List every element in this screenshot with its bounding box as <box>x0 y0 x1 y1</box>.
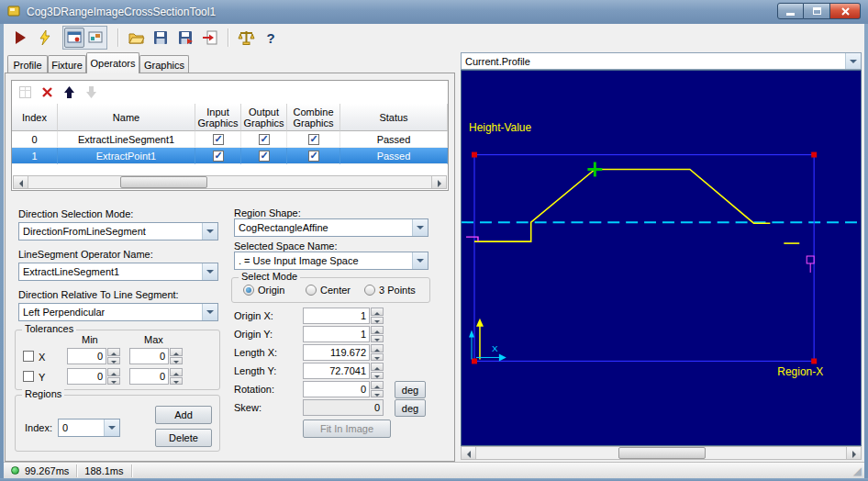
spin-up-button[interactable] <box>371 381 384 389</box>
benchmark-button[interactable] <box>235 27 257 49</box>
delete-operator-button[interactable] <box>38 84 56 102</box>
rotation-spinner[interactable]: 0 <box>303 381 384 397</box>
scroll-left-button[interactable] <box>14 176 28 188</box>
spin-up-button[interactable] <box>107 348 120 356</box>
tab-graphics[interactable]: Graphics <box>139 55 189 73</box>
close-button[interactable] <box>830 3 861 19</box>
rotation-deg-button[interactable]: deg <box>395 381 426 398</box>
column-header-combine-graphics[interactable]: Combine Graphics <box>287 104 340 131</box>
spin-down-button[interactable] <box>371 353 384 362</box>
help-button[interactable]: ? <box>260 27 282 49</box>
spin-down-button[interactable] <box>170 377 183 386</box>
chevron-down-icon[interactable] <box>104 419 119 436</box>
tolerance-x-min-value[interactable]: 0 <box>67 348 106 364</box>
delete-region-button[interactable]: Delete <box>155 429 212 447</box>
linesegment-operator-name-combo[interactable]: ExtractLineSegment1 <box>18 263 218 281</box>
input-graphics-cell[interactable] <box>195 148 241 164</box>
column-header-index[interactable]: Index <box>12 104 58 131</box>
spin-up-button[interactable] <box>371 344 384 352</box>
operator-list-hscrollbar[interactable] <box>13 175 447 189</box>
select-mode-origin[interactable]: Origin <box>243 285 284 296</box>
length-y-value[interactable]: 72.7041 <box>303 363 370 379</box>
scroll-thumb[interactable] <box>618 447 706 459</box>
save-image-button[interactable] <box>174 27 196 49</box>
electric-run-button[interactable] <box>34 27 56 49</box>
spin-up-button[interactable] <box>107 368 120 376</box>
output-graphics-cell[interactable] <box>241 148 287 164</box>
corner-handle[interactable] <box>811 152 817 158</box>
fit-in-image-button[interactable]: Fit In Image <box>303 419 391 438</box>
tab-profile[interactable]: Profile <box>7 55 48 73</box>
selected-space-combo[interactable]: . = Use Input Image Space <box>234 252 428 270</box>
spin-up-button[interactable] <box>170 368 183 376</box>
graphics-display-button[interactable] <box>64 28 84 48</box>
column-header-name[interactable]: Name <box>58 104 195 131</box>
column-header-output-graphics[interactable]: Output Graphics <box>241 104 287 131</box>
spin-down-button[interactable] <box>371 335 384 343</box>
tolerance-y-max-spinner[interactable]: 0 <box>129 368 183 385</box>
direction-relative-combo[interactable]: Left Perpendicular <box>18 303 218 321</box>
tolerance-x-checkbox[interactable] <box>23 351 34 362</box>
origin-y-spinner[interactable]: 1 <box>303 326 384 342</box>
scroll-left-button[interactable] <box>462 447 476 459</box>
index-cell[interactable]: 1 <box>12 148 58 164</box>
display-hscrollbar[interactable] <box>461 446 862 460</box>
scroll-right-button[interactable] <box>846 447 861 459</box>
length-y-spinner[interactable]: 72.7041 <box>303 363 384 379</box>
tolerance-y-min-value[interactable]: 0 <box>67 368 106 385</box>
save-button[interactable] <box>150 27 172 49</box>
import-image-button[interactable] <box>199 27 221 49</box>
chevron-down-icon[interactable] <box>412 252 428 269</box>
region-index-combo[interactable]: 0 <box>58 419 120 437</box>
maximize-button[interactable] <box>804 3 830 19</box>
corner-handle[interactable] <box>472 358 477 364</box>
tolerance-x-max-value[interactable]: 0 <box>129 348 169 364</box>
radio-icon[interactable] <box>243 285 254 296</box>
direction-selection-mode-combo[interactable]: DirectionFromLineSegment <box>18 222 218 240</box>
spin-up-button[interactable] <box>371 326 384 334</box>
tolerance-y-min-spinner[interactable]: 0 <box>67 368 120 385</box>
minimize-button[interactable] <box>777 3 804 19</box>
chevron-down-icon[interactable] <box>845 53 861 69</box>
combine-graphics-checkbox[interactable] <box>308 151 319 162</box>
move-down-button[interactable] <box>82 84 100 102</box>
titlebar[interactable]: Cog3DRangeImageCrossSectionTool1 <box>0 0 868 24</box>
scroll-right-button[interactable] <box>431 176 446 188</box>
corner-handle[interactable] <box>472 152 477 158</box>
move-up-button[interactable] <box>60 84 78 102</box>
radio-icon[interactable] <box>306 285 317 296</box>
chevron-down-icon[interactable] <box>412 219 428 236</box>
region-shape-combo[interactable]: CogRectangleAffine <box>234 218 428 237</box>
display-selector-combo[interactable]: Current.Profile <box>461 52 862 70</box>
spin-up-button[interactable] <box>371 363 384 371</box>
add-operator-button[interactable] <box>16 84 34 102</box>
scroll-track[interactable] <box>28 176 431 188</box>
output-graphics-checkbox[interactable] <box>259 151 270 162</box>
column-header-status[interactable]: Status <box>340 104 448 131</box>
tolerance-x-max-spinner[interactable]: 0 <box>129 348 183 364</box>
spin-up-button[interactable] <box>371 308 384 316</box>
select-mode-3points[interactable]: 3 Points <box>364 285 416 296</box>
open-file-button[interactable] <box>125 27 147 49</box>
chevron-down-icon[interactable] <box>202 263 217 280</box>
combine-graphics-cell[interactable] <box>287 131 340 148</box>
origin-y-value[interactable]: 1 <box>303 326 370 342</box>
origin-x-value[interactable]: 1 <box>303 308 370 324</box>
combine-graphics-checkbox[interactable] <box>308 134 319 145</box>
column-header-input-graphics[interactable]: Input Graphics <box>195 104 241 131</box>
tolerance-y-max-value[interactable]: 0 <box>129 368 169 385</box>
spin-down-button[interactable] <box>107 377 120 386</box>
scroll-thumb[interactable] <box>120 176 207 188</box>
tab-fixture[interactable]: Fixture <box>48 55 86 73</box>
corner-handle[interactable] <box>811 358 817 364</box>
resize-grip[interactable]: ◢ <box>853 464 862 477</box>
profile-canvas[interactable]: X Height-Value Region-X <box>462 71 861 445</box>
input-graphics-checkbox[interactable] <box>213 151 224 162</box>
rotation-value[interactable]: 0 <box>303 381 370 397</box>
tolerance-y-checkbox[interactable] <box>23 371 34 382</box>
spin-down-button[interactable] <box>170 357 183 365</box>
scroll-track[interactable] <box>476 447 846 459</box>
name-cell[interactable]: ExtractLineSegment1 <box>58 131 195 148</box>
spin-up-button[interactable] <box>170 348 183 356</box>
length-x-value[interactable]: 119.672 <box>303 344 370 361</box>
